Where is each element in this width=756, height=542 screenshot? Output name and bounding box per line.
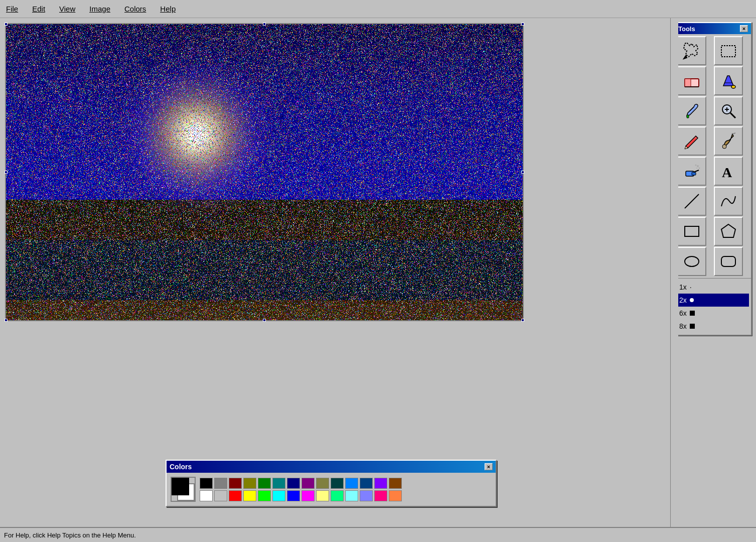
selection-handle-mr[interactable] [521,171,524,174]
color-swatch[interactable] [243,478,256,489]
color-swatch[interactable] [374,478,387,489]
colors-dialog: Colors × [166,460,497,507]
selection-handle-bl[interactable] [5,319,8,322]
color-swatch[interactable] [258,490,271,501]
colors-title-bar[interactable]: Colors × [167,461,496,473]
tools-panel: Tools × [674,22,752,523]
svg-point-18 [697,165,699,167]
color-swatch[interactable] [331,490,344,501]
color-swatch[interactable] [272,478,285,489]
brush-tool[interactable] [714,126,743,156]
zoom-8x-indicator [690,324,695,329]
colors-title: Colors [170,463,192,471]
color-swatch[interactable] [200,478,213,489]
svg-rect-6 [687,115,689,118]
canvas-container: Colors × [0,18,674,527]
svg-point-13 [722,145,726,149]
colors-body [167,473,496,506]
rounded-rect-tool[interactable] [714,247,743,276]
svg-line-14 [732,133,735,134]
foreground-color-swatch[interactable] [172,478,189,495]
menu-file[interactable]: File [4,4,20,14]
rectangle-tool[interactable] [677,217,706,246]
color-swatch[interactable] [389,478,402,489]
color-swatch[interactable] [200,490,213,501]
svg-rect-24 [685,226,699,236]
colors-close-button[interactable]: × [485,463,493,470]
color-swatch[interactable] [301,490,315,501]
line-tool[interactable] [677,187,706,216]
eyedropper-tool[interactable] [677,96,706,125]
zoom-1x-indicator: · [690,283,692,291]
menu-edit[interactable]: Edit [30,4,47,14]
color-selector-box [171,477,196,502]
svg-point-5 [731,85,735,88]
svg-line-9 [730,113,735,118]
selection-handle-bm[interactable] [263,319,266,322]
selection-handle-tl[interactable] [5,23,8,26]
color-swatch[interactable] [287,490,300,501]
tools-grid: A [675,34,751,278]
selection-handle-tr[interactable] [521,23,524,26]
color-swatch[interactable] [360,478,373,489]
color-swatch[interactable] [316,478,329,489]
color-swatch[interactable] [301,478,315,489]
color-swatch[interactable] [345,478,358,489]
main-area: Colors × Tools × [0,18,756,527]
color-swatch[interactable] [243,490,256,501]
selection-handle-ml[interactable] [5,171,8,174]
color-swatch[interactable] [331,478,344,489]
rect-select-tool[interactable] [714,36,743,65]
color-row-2 [200,490,402,501]
color-swatch[interactable] [374,490,387,501]
zoom-2x[interactable]: 2x [677,294,749,307]
color-swatch[interactable] [229,478,242,489]
svg-rect-1 [721,46,735,57]
color-swatch[interactable] [316,490,329,501]
airbrush-tool[interactable] [677,157,706,186]
selection-handle-br[interactable] [521,319,524,322]
color-swatch[interactable] [360,490,373,501]
eraser-tool[interactable] [677,66,706,95]
tools-title-bar: Tools × [675,23,751,34]
zoom-1x[interactable]: 1x · [677,281,749,294]
polygon-tool[interactable] [714,217,743,246]
svg-line-17 [694,170,699,172]
free-select-tool[interactable] [677,36,706,65]
paint-canvas[interactable] [6,24,523,320]
color-swatch[interactable] [272,490,285,501]
svg-point-21 [696,168,697,169]
ellipse-tool[interactable] [677,247,706,276]
svg-point-20 [699,168,700,169]
zoom-2x-label: 2x [679,296,687,304]
menu-help[interactable]: Help [158,4,178,14]
svg-point-19 [695,165,697,166]
color-swatch[interactable] [287,478,300,489]
pencil-tool[interactable] [677,126,706,156]
vertical-scrollbar[interactable] [670,18,678,527]
selection-handle-tm[interactable] [263,23,266,26]
svg-rect-16 [692,172,696,175]
color-swatch[interactable] [214,478,227,489]
color-swatch[interactable] [214,490,227,501]
menu-colors[interactable]: Colors [122,4,148,14]
zoom-1x-label: 1x [679,283,687,291]
menu-view[interactable]: View [57,4,77,14]
status-text: For Help, click Help Topics on the Help … [4,531,136,539]
tools-close-button[interactable]: × [740,25,748,32]
text-tool[interactable]: A [714,157,743,186]
fill-tool[interactable] [714,66,743,95]
magnify-tool[interactable] [714,96,743,125]
canvas-wrapper [5,23,524,321]
curve-tool[interactable] [714,187,743,216]
color-swatch[interactable] [345,490,358,501]
svg-rect-27 [721,256,735,266]
zoom-6x[interactable]: 6x [677,307,749,320]
menu-bar: File Edit View Image Colors Help [0,0,756,18]
zoom-8x[interactable]: 8x [677,320,749,333]
color-swatch[interactable] [229,490,242,501]
zoom-panel: 1x · 2x 6x 8x [675,278,751,335]
color-swatch[interactable] [389,490,402,501]
menu-image[interactable]: Image [87,4,112,14]
color-swatch[interactable] [258,478,271,489]
